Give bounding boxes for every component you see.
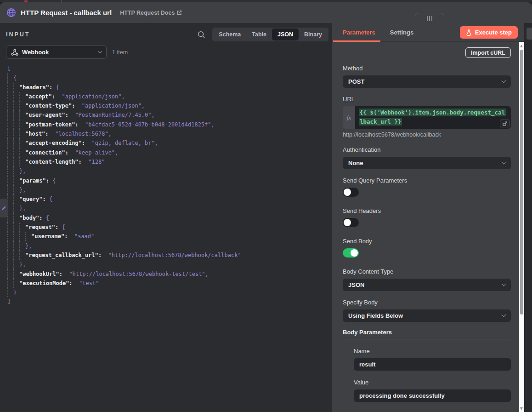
- input-panel-header: INPUT Schema Table JSON Binary: [6, 28, 328, 41]
- send-headers-toggle[interactable]: [343, 218, 359, 227]
- json-line: },: [7, 185, 332, 195]
- node-detail-modal: HTTP Request - callback url HTTP Request…: [0, 2, 532, 412]
- node-title: HTTP Request - callback url: [21, 9, 112, 17]
- url-resolved-value: http://localhost:5678/webhook/callback: [343, 132, 511, 138]
- indent-guide: [13, 120, 19, 129]
- modal-content: INPUT Schema Table JSON Binary: [0, 23, 532, 412]
- param-value-input[interactable]: [354, 389, 511, 402]
- expand-expression-button[interactable]: [500, 120, 509, 127]
- indent-guide: [19, 148, 25, 157]
- param-name-input[interactable]: [354, 358, 511, 371]
- method-label: Method: [343, 65, 511, 72]
- webhook-icon: [11, 49, 18, 56]
- input-view-tabs: Schema Table JSON Binary: [212, 28, 328, 41]
- chevron-down-icon: [502, 313, 506, 317]
- indent-guide: [13, 260, 19, 269]
- panel-tabs-header: Parameters Settings Execute step: [332, 23, 532, 42]
- tab-settings[interactable]: Settings: [390, 29, 413, 36]
- input-node-selector[interactable]: Webhook: [6, 46, 107, 59]
- collapsed-panel-handle[interactable]: [526, 28, 532, 40]
- indent-guide: [13, 166, 19, 176]
- indent-guide: [7, 129, 13, 138]
- body-content-type-select[interactable]: JSON: [343, 279, 511, 291]
- fx-badge: fx: [343, 106, 355, 129]
- specify-body-select[interactable]: Using Fields Below: [343, 309, 511, 322]
- tab-json[interactable]: JSON: [272, 29, 299, 40]
- indent-guide: [13, 176, 19, 185]
- scrollbar-up-arrow[interactable]: [520, 45, 523, 47]
- indent-guide: [7, 92, 13, 101]
- drag-bar-icon: [429, 16, 430, 21]
- docs-link-label: HTTP Request Docs: [120, 10, 175, 16]
- indent-guide: [13, 213, 19, 223]
- indent-guide: [7, 269, 13, 279]
- json-line: "request": {: [7, 223, 332, 232]
- send-query-parameters-toggle[interactable]: [343, 188, 359, 197]
- indent-guide: [7, 232, 13, 241]
- indent-guide: [7, 101, 13, 110]
- method-select[interactable]: POST: [343, 75, 511, 88]
- method-value: POST: [348, 78, 364, 85]
- scrollbar-track[interactable]: [519, 42, 524, 412]
- tab-parameters[interactable]: Parameters: [343, 29, 375, 36]
- tab-binary[interactable]: Binary: [299, 29, 328, 40]
- json-line: "query": {: [7, 195, 332, 204]
- json-line: "request_callback_url": "http://localhos…: [7, 251, 332, 260]
- authentication-select[interactable]: None: [343, 157, 511, 169]
- scrollbar-down-arrow[interactable]: [520, 407, 523, 410]
- indent-guide: [19, 232, 25, 241]
- send-body-toggle[interactable]: [343, 248, 359, 258]
- tab-schema[interactable]: Schema: [213, 29, 246, 40]
- json-line: "body": {: [7, 213, 332, 223]
- indent-guide: [7, 73, 13, 82]
- flask-icon: [466, 29, 472, 36]
- import-curl-button[interactable]: Import cURL: [465, 47, 511, 58]
- indent-guide: [25, 232, 31, 241]
- json-line: },: [7, 204, 332, 213]
- json-line: {: [7, 73, 332, 82]
- execute-step-button[interactable]: Execute step: [460, 26, 518, 39]
- toggle-knob: [351, 249, 358, 257]
- json-tree[interactable]: [{"headers": {"accept": "application/jso…: [0, 64, 332, 307]
- tab-table[interactable]: Table: [246, 29, 272, 40]
- json-line: "headers": {: [7, 83, 332, 92]
- scrollbar-thumb[interactable]: [520, 50, 523, 315]
- globe-icon: [6, 8, 16, 17]
- url-expression-editor[interactable]: {{ $('Webhook').item.json.body.request_c…: [355, 106, 511, 129]
- json-line: "user-agent": "PostmanRuntime/7.45.0",: [7, 110, 332, 120]
- chevron-down-icon: [98, 49, 102, 54]
- url-expression-field[interactable]: fx {{ $('Webhook').item.json.body.reques…: [343, 106, 511, 129]
- authentication-value: None: [348, 160, 363, 166]
- external-link-icon: [177, 10, 182, 15]
- param-name-label: Name: [354, 348, 511, 355]
- authentication-label: Authentication: [343, 146, 511, 153]
- json-line: "executionMode": "test": [7, 279, 332, 288]
- indent-guide: [13, 92, 19, 101]
- indent-guide: [7, 83, 13, 92]
- input-source-row: Webhook 1 item: [6, 46, 326, 59]
- specify-body-value: Using Fields Below: [348, 312, 403, 319]
- docs-link[interactable]: HTTP Request Docs: [120, 10, 182, 16]
- indent-guide: [13, 269, 19, 279]
- body-parameters-divider: [343, 339, 511, 339]
- indent-guide: [7, 110, 13, 120]
- indent-guide: [13, 279, 19, 288]
- send-headers-label: Send Headers: [343, 207, 511, 214]
- indent-guide: [7, 241, 13, 251]
- search-icon[interactable]: [198, 31, 205, 39]
- chevron-down-icon: [502, 282, 506, 286]
- json-line: "host": "localhost:5678",: [7, 129, 332, 138]
- json-line: "connection": "keep-alive",: [7, 148, 332, 157]
- json-line: [: [7, 64, 332, 73]
- panel-drag-handle[interactable]: [415, 13, 444, 23]
- json-line: }: [7, 288, 332, 297]
- indent-guide: [13, 223, 19, 232]
- indent-guide: [7, 195, 13, 204]
- drag-bar-icon: [431, 16, 432, 21]
- json-line: "accept": "application/json",: [7, 92, 332, 101]
- body-content-type-value: JSON: [348, 281, 364, 288]
- indent-guide: [13, 204, 19, 213]
- item-count: 1 item: [112, 49, 128, 56]
- indent-guide: [13, 110, 19, 120]
- edit-output-tab[interactable]: [0, 199, 8, 217]
